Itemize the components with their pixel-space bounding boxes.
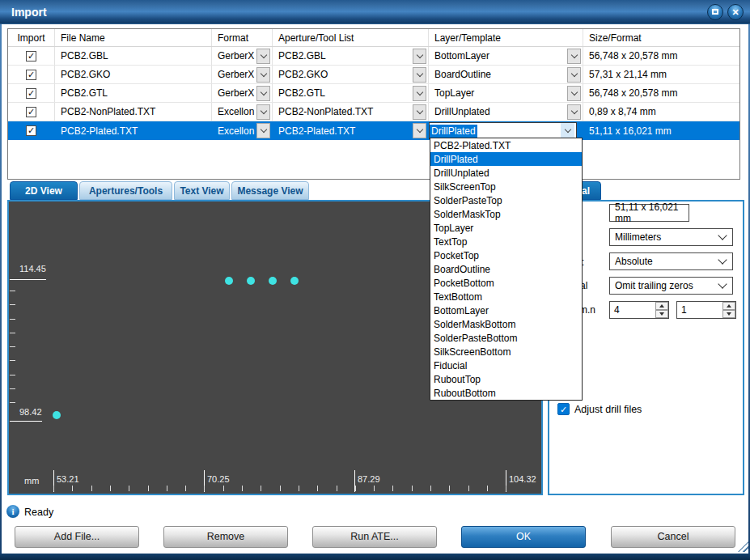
spin-down-icon[interactable]: [722, 310, 735, 318]
spin-down-icon[interactable]: [655, 310, 668, 318]
chevron-down-icon[interactable]: [413, 123, 426, 138]
dropdown-item[interactable]: PCB2-Plated.TXT: [430, 138, 582, 152]
chevron-down-icon[interactable]: [567, 67, 581, 83]
layer-cell[interactable]: BottomLayer: [429, 47, 583, 65]
resize-grip[interactable]: [738, 541, 748, 552]
format-value: GerberX: [218, 87, 254, 99]
chevron-down-icon[interactable]: [256, 49, 270, 64]
cancel-button[interactable]: Cancel: [611, 526, 735, 548]
table-row[interactable]: ✓ PCB2.GKO GerberX PCB2.GKO BoardOutline…: [8, 66, 739, 84]
layer-cell[interactable]: TopLayer: [429, 84, 583, 102]
table-row-selected[interactable]: ✓ PCB2-Plated.TXT Excellon PCB2-Plated.T…: [8, 121, 739, 140]
info-glyph: i: [11, 507, 14, 516]
aperture-cell[interactable]: PCB2.GTL: [273, 84, 429, 102]
chevron-down-icon[interactable]: [567, 49, 581, 64]
dropdown-item[interactable]: BoardOutline: [430, 262, 582, 276]
tab-message-view[interactable]: Message View: [231, 181, 309, 200]
dropdown-item[interactable]: SolderPasteTop: [430, 193, 582, 207]
format-cell[interactable]: Excellon: [212, 103, 273, 121]
format-cell[interactable]: GerberX: [212, 47, 273, 65]
values-mode-dropdown[interactable]: Absolute: [609, 252, 733, 270]
chevron-down-icon[interactable]: [413, 49, 426, 64]
x-minor-ticks: [53, 486, 507, 491]
chevron-down-icon[interactable]: [256, 86, 270, 101]
chevron-down-icon[interactable]: [567, 104, 581, 120]
add-file-button[interactable]: Add File...: [15, 526, 139, 548]
remove-button[interactable]: Remove: [163, 526, 288, 548]
spin-up-icon[interactable]: [655, 302, 668, 310]
ok-button[interactable]: OK: [461, 526, 586, 548]
chevron-down-icon[interactable]: [413, 67, 426, 83]
dropdown-item[interactable]: DrillUnplated: [430, 166, 582, 180]
restore-button[interactable]: [707, 4, 723, 20]
layer-cell[interactable]: BoardOutline: [429, 66, 583, 83]
close-button[interactable]: ✕: [727, 4, 744, 20]
dropdown-item[interactable]: PocketBottom: [430, 276, 582, 290]
import-checkbox[interactable]: ✓: [26, 70, 36, 80]
dropdown-item[interactable]: TextBottom: [430, 290, 582, 303]
digits-n-value: 1: [681, 304, 687, 316]
table-row[interactable]: ✓ PCB2-NonPlated.TXT Excellon PCB2-NonPl…: [8, 103, 739, 121]
dropdown-item[interactable]: RuboutTop: [430, 372, 582, 386]
dropdown-item[interactable]: TopLayer: [430, 221, 582, 235]
decimal-zeros-dropdown[interactable]: Omit trailing zeros: [609, 277, 733, 295]
chevron-down-icon[interactable]: [413, 104, 426, 120]
drill-hole-dot: [225, 277, 233, 285]
y-major-tick: [10, 421, 42, 422]
adjust-drill-files-checkbox[interactable]: ✓: [557, 403, 570, 415]
table-row[interactable]: ✓ PCB2.GTL GerberX PCB2.GTL TopLayer 56,…: [8, 84, 739, 103]
tab-apertures-tools[interactable]: Apertures/Tools: [79, 181, 172, 200]
axis-unit-label: mm: [24, 476, 39, 486]
dropdown-item[interactable]: Fiducial: [430, 358, 582, 372]
table-row[interactable]: ✓ PCB2.GBL GerberX PCB2.GBL BottomLayer …: [8, 47, 739, 66]
chevron-down-icon[interactable]: [256, 67, 270, 83]
size-readout-value: 51,11 x 16,021 mm: [615, 202, 689, 224]
dropdown-item[interactable]: RuboutBottom: [430, 386, 582, 400]
format-cell[interactable]: GerberX: [212, 66, 273, 83]
dropdown-item[interactable]: SilkScreenBottom: [430, 345, 582, 358]
aperture-value: PCB2-Plated.TXT: [278, 125, 355, 137]
import-checkbox[interactable]: ✓: [26, 125, 36, 136]
chevron-down-icon[interactable]: [567, 86, 581, 101]
aperture-value: PCB2-NonPlated.TXT: [278, 106, 373, 117]
dropdown-item[interactable]: SilkScreenTop: [430, 180, 582, 193]
aperture-cell[interactable]: PCB2.GBL: [273, 47, 429, 65]
drill-hole-dot: [269, 277, 277, 285]
dropdown-item[interactable]: SolderMaskTop: [430, 207, 582, 221]
dropdown-item[interactable]: SolderMaskBottom: [430, 317, 582, 331]
tab-2d-view[interactable]: 2D View: [10, 181, 78, 200]
import-checkbox[interactable]: ✓: [26, 88, 36, 99]
chevron-down-icon[interactable]: [256, 123, 270, 138]
dropdown-item-selected[interactable]: DrillPlated: [430, 152, 582, 166]
file-name-cell: PCB2.GBL: [55, 47, 212, 65]
format-cell[interactable]: GerberX: [212, 84, 273, 102]
layer-combobox-value[interactable]: DrillPlated: [430, 125, 477, 138]
aperture-cell[interactable]: PCB2.GKO: [273, 66, 429, 83]
chevron-down-icon[interactable]: [561, 123, 574, 138]
digits-n-spinner[interactable]: 1: [676, 301, 736, 319]
dropdown-item[interactable]: BottomLayer: [430, 303, 582, 317]
title-bar[interactable]: Import ✕: [0, 0, 750, 24]
aperture-cell[interactable]: PCB2-NonPlated.TXT: [273, 103, 429, 121]
size-readout-field[interactable]: 51,11 x 16,021 mm: [609, 204, 689, 222]
digits-m-spinner[interactable]: 4: [609, 301, 669, 319]
values-mode-value: Absolute: [615, 256, 653, 267]
format-cell[interactable]: Excellon: [212, 121, 273, 140]
dropdown-item[interactable]: TextTop: [430, 235, 582, 248]
window-border-bottom: [0, 554, 750, 560]
y-minor-ticks: [10, 291, 15, 409]
y-axis-label: 114.45: [19, 264, 46, 274]
tab-text-view[interactable]: Text View: [174, 181, 230, 200]
dropdown-item[interactable]: SolderPasteBottom: [430, 331, 582, 345]
aperture-cell[interactable]: PCB2-Plated.TXT: [273, 121, 429, 140]
chevron-down-icon[interactable]: [256, 104, 270, 120]
import-checkbox[interactable]: ✓: [26, 51, 36, 62]
dropdown-item[interactable]: PocketTop: [430, 248, 582, 262]
layer-cell[interactable]: DrillUnplated: [429, 103, 583, 121]
col-header-layer: Layer/Template: [429, 29, 583, 46]
run-ate-button[interactable]: Run ATE...: [312, 526, 437, 548]
spin-up-icon[interactable]: [722, 302, 735, 310]
units-dropdown[interactable]: Millimeters: [609, 228, 733, 246]
import-checkbox[interactable]: ✓: [26, 107, 36, 117]
chevron-down-icon[interactable]: [413, 86, 426, 101]
